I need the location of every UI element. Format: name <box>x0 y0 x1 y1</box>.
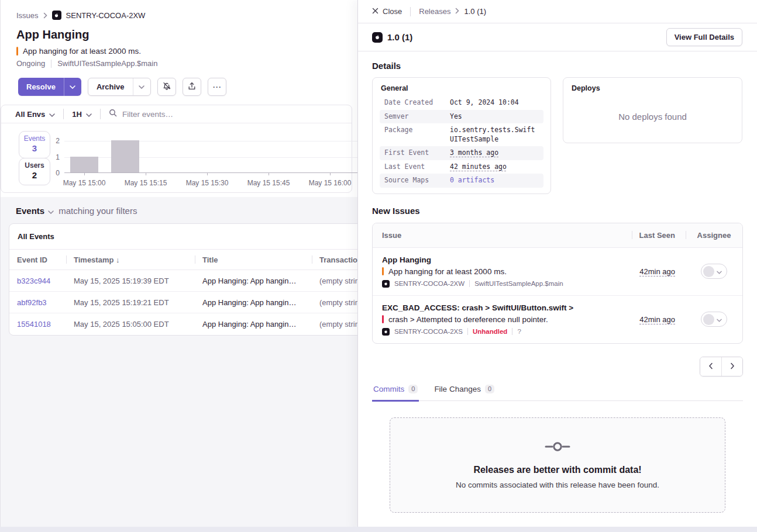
last-seen-value: 42min ago <box>639 315 675 324</box>
archive-dropdown-button[interactable] <box>133 78 150 95</box>
search-input[interactable] <box>122 110 298 119</box>
divider <box>63 109 64 119</box>
general-value: io.sentry.tests.SwiftUITestSample <box>450 126 539 144</box>
resolve-split-button: Resolve <box>18 78 81 96</box>
issue-title-link[interactable]: EXC_BAD_ACCESS: crash > SwiftUI/Button.s… <box>382 303 632 312</box>
pagination-group <box>700 357 743 376</box>
more-actions-button[interactable]: ⋯ <box>208 78 226 96</box>
release-tabs: Commits 0 File Changes 0 <box>372 381 743 401</box>
event-id-link[interactable]: 15541018 <box>9 320 66 329</box>
events-heading-suffix: matching your filters <box>59 206 137 216</box>
commits-count-badge: 0 <box>408 385 418 393</box>
assignee-dropdown[interactable] <box>701 264 727 279</box>
x-axis-tick-label: May 15 15:30 <box>175 179 239 187</box>
issue-row[interactable]: App Hanging App hanging for at least 200… <box>373 248 742 296</box>
file-changes-count-badge: 0 <box>485 385 494 393</box>
divider <box>467 328 468 335</box>
tab-file-changes-label: File Changes <box>434 385 481 393</box>
general-card: General Date Created Oct 9, 2024 10:04 S… <box>372 77 551 194</box>
issue-culprit: SwiftUITestSampleApp.$main <box>57 59 157 68</box>
next-page-button[interactable] <box>721 357 742 376</box>
last-seen: 42min ago <box>632 267 686 276</box>
archive-split-button: Archive <box>88 78 151 96</box>
general-row: Last Event 42 minutes ago <box>380 160 543 174</box>
events-heading-label: Events <box>16 206 44 216</box>
assignee-dropdown[interactable] <box>701 312 727 327</box>
app: Issues SENTRY-COCOA-2XW App Hanging App … <box>0 0 757 532</box>
mute-button[interactable] <box>157 78 176 96</box>
source-maps-link[interactable]: 0 artifacts <box>450 176 539 185</box>
general-label: Source Maps <box>384 176 450 185</box>
level-bar-error <box>382 315 384 323</box>
breadcrumb-issues-link[interactable]: Issues <box>16 11 39 20</box>
breadcrumb-project-slug[interactable]: SENTRY-COCOA-2XW <box>66 11 146 20</box>
release-drawer-body: Details General Date Created Oct 9, 2024… <box>358 51 757 513</box>
last-seen: 42min ago <box>632 315 686 324</box>
events-heading-dropdown[interactable]: Events <box>16 206 54 216</box>
apple-platform-icon <box>372 32 383 43</box>
commits-empty-state: Releases are better with commit data! No… <box>390 417 725 513</box>
stat-card-events[interactable]: Events 3 <box>19 131 50 158</box>
issue-title-link[interactable]: App Hanging <box>382 255 632 264</box>
issue-message-text: App hanging for at least 2000 ms. <box>388 267 507 276</box>
details-cards: General Date Created Oct 9, 2024 10:04 S… <box>372 77 743 194</box>
time-range-dropdown-label: 1H <box>72 110 82 119</box>
timestamp-header-label: Timestamp <box>74 255 113 264</box>
tab-commits[interactable]: Commits 0 <box>372 381 419 402</box>
issue-cell: App Hanging App hanging for at least 200… <box>373 255 632 288</box>
column-header-title[interactable]: Title <box>195 255 312 264</box>
issue-row[interactable]: EXC_BAD_ACCESS: crash > SwiftUI/Button.s… <box>373 296 742 343</box>
issue-status: Ongoing <box>16 59 45 68</box>
deploys-empty-message: No deploys found <box>563 112 742 122</box>
level-bar-warning <box>382 267 384 275</box>
event-search <box>109 109 345 119</box>
share-button[interactable] <box>183 78 201 96</box>
assignee-cell <box>686 264 742 279</box>
general-label: First Event <box>384 148 450 158</box>
last-seen-value: 42min ago <box>639 267 675 276</box>
resolve-dropdown-button[interactable] <box>64 78 81 96</box>
issue-message: crash > Attempted to dereference null po… <box>382 315 632 324</box>
event-timestamp: May 15, 2025 15:19:21 EDT <box>66 298 195 307</box>
general-label: Package <box>384 126 450 144</box>
column-header-event-id[interactable]: Event ID <box>9 255 66 264</box>
divider <box>100 109 101 119</box>
archive-button[interactable]: Archive <box>88 78 133 95</box>
chevron-right-icon <box>730 361 735 372</box>
general-row: Semver Yes <box>380 110 543 124</box>
general-row: Date Created Oct 9, 2024 10:04 <box>380 96 543 110</box>
general-row: Package io.sentry.tests.SwiftUITestSampl… <box>380 123 543 146</box>
x-axis-tick-label: May 15 15:15 <box>113 179 178 187</box>
drawer-topbar: Close Releases 1.0 (1) <box>358 0 757 23</box>
event-id-link[interactable]: b323c944 <box>9 277 66 285</box>
ellipsis-icon: ⋯ <box>212 82 221 92</box>
resolve-button[interactable]: Resolve <box>18 78 64 96</box>
tab-file-changes[interactable]: File Changes 0 <box>433 381 496 400</box>
x-axis-tick <box>84 173 85 175</box>
chart-bar <box>111 140 139 172</box>
x-axis-tick-label: May 15 15:00 <box>52 179 116 187</box>
tab-commits-label: Commits <box>373 385 404 393</box>
time-range-dropdown[interactable]: 1H <box>72 110 92 119</box>
users-stat-label: Users <box>19 161 50 170</box>
divider <box>51 60 51 68</box>
divider <box>469 280 470 287</box>
environment-dropdown-label: All Envs <box>15 110 45 119</box>
event-timestamp: May 15, 2025 15:19:39 EDT <box>66 277 195 285</box>
chevron-down-icon <box>48 206 54 216</box>
issue-message: App hanging for at least 2000 ms. <box>382 267 632 276</box>
x-axis-tick <box>330 173 331 175</box>
apple-platform-icon <box>382 328 390 336</box>
event-id-link[interactable]: abf92fb3 <box>9 298 66 307</box>
general-label: Last Event <box>384 163 450 172</box>
general-card-title: General <box>380 84 543 92</box>
close-drawer-button[interactable]: Close <box>372 7 402 16</box>
previous-page-button[interactable] <box>700 357 721 376</box>
new-issues-header: Issue Last Seen Assignee <box>373 223 742 248</box>
column-header-timestamp[interactable]: Timestamp ↓ <box>66 255 195 264</box>
environment-dropdown[interactable]: All Envs <box>15 110 55 119</box>
breadcrumb-releases-link[interactable]: Releases <box>419 7 450 16</box>
event-timestamp: May 15, 2025 15:05:00 EDT <box>66 320 195 329</box>
view-full-details-button[interactable]: View Full Details <box>666 28 742 46</box>
apple-platform-icon <box>52 11 61 20</box>
